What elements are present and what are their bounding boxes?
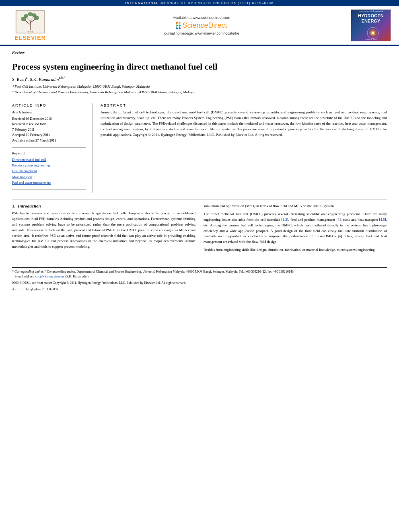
revised-date: 7 February 2011 bbox=[12, 127, 35, 131]
svg-point-16 bbox=[372, 32, 374, 34]
svg-point-11 bbox=[28, 12, 33, 16]
accepted-date: Accepted 10 February 2011 bbox=[12, 133, 50, 137]
sd-dot-4 bbox=[179, 25, 181, 27]
section-title: Introduction bbox=[18, 203, 41, 208]
copyright-line: 0360-3199/$ – see front matter Copyright… bbox=[12, 281, 387, 286]
ref-4[interactable]: 4,5 bbox=[380, 218, 385, 222]
elsevier-logo: ⚜ ⚜ ⚜ ELSEVIER bbox=[8, 10, 52, 41]
intro-right: simulation and optimization (MSO) in ter… bbox=[204, 203, 387, 256]
email-line: E-mail address: ctic@vlsi.eng.ukm.my (S.… bbox=[12, 274, 387, 279]
keyword-1[interactable]: Direct methanol fuel cell bbox=[12, 157, 86, 162]
ref-1[interactable]: 1,2 bbox=[283, 218, 287, 222]
keyword-4[interactable]: Mass transport bbox=[12, 174, 86, 180]
footer-notes: * Corresponding author. * Corresponding … bbox=[0, 269, 399, 296]
available-at-text: Available at www.sciencedirect.com bbox=[52, 16, 351, 20]
center-header: Available at www.sciencedirect.com Scien… bbox=[52, 16, 351, 35]
section-1-heading: 1. Introduction bbox=[12, 203, 195, 208]
email-link[interactable]: ctic@vlsi.eng.ukm.my bbox=[35, 275, 64, 278]
article-content: Review Process system engineering in dir… bbox=[0, 46, 399, 263]
keyword-2[interactable]: Process system engineering bbox=[12, 162, 86, 168]
section-num: 1. bbox=[12, 203, 15, 208]
journal-title-topbar: INTERNATIONAL JOURNAL OF HYDROGEN ENERGY… bbox=[125, 1, 274, 5]
intro-two-col: 1. Introduction PSE has to reassess and … bbox=[12, 203, 387, 256]
abstract-label: ABSTRACT bbox=[101, 103, 387, 107]
cover-graphic bbox=[365, 26, 377, 38]
article-type-label: Review bbox=[12, 50, 387, 55]
sciencedirect-logo: ScienceDirect bbox=[52, 21, 351, 30]
keywords-section: Keywords: Direct methanol fuel cell Proc… bbox=[12, 151, 86, 186]
abstract-text: Among the different fuel cell technologi… bbox=[101, 110, 387, 138]
svg-text:⚜ ⚜ ⚜: ⚜ ⚜ ⚜ bbox=[27, 31, 33, 33]
keywords-label: Keywords: bbox=[12, 151, 86, 155]
elsevier-tree-icon: ⚜ ⚜ ⚜ bbox=[14, 10, 46, 34]
elsevier-wordmark: ELSEVIER bbox=[14, 35, 45, 41]
keyword-5[interactable]: Fuel and water management bbox=[12, 180, 86, 185]
corresponding-text: * Corresponding author. Department of Ch… bbox=[45, 270, 294, 273]
authors-line: S. Basria, S.K. Kamarudina,b,* bbox=[12, 76, 387, 82]
article-title: Process system engineering in direct met… bbox=[12, 62, 387, 72]
doi-line: doi:10.1016/j.ijhydene.2011.02.058 bbox=[12, 287, 387, 292]
received-date: Received 16 December 2010 bbox=[12, 117, 51, 121]
revised-label: Received in revised form bbox=[12, 122, 47, 126]
sciencedirect-wordmark: ScienceDirect bbox=[182, 21, 227, 30]
doi-text: doi:10.1016/j.ijhydene.2011.02.058 bbox=[12, 288, 58, 291]
cover-sd-label: ScienceDirect bbox=[365, 38, 377, 41]
sd-dots bbox=[176, 22, 181, 29]
affil-b: ᵇ Department of Chemical and Process Eng… bbox=[12, 90, 197, 94]
article-info-label: ARTICLE INFO bbox=[12, 103, 86, 107]
copyright-text: 0360-3199/$ – see front matter Copyright… bbox=[12, 281, 186, 285]
sd-dot-6 bbox=[179, 27, 181, 29]
history-label: Article history: bbox=[12, 110, 86, 115]
intro-left-text: PSE has to reassess and reposition its f… bbox=[12, 211, 195, 250]
email-label: E-mail address: bbox=[14, 275, 35, 278]
available-date: Available online 27 March 2011 bbox=[12, 138, 56, 142]
keyword-3[interactable]: Heat management bbox=[12, 168, 86, 174]
footer-divider bbox=[12, 267, 387, 268]
info-abstract-section: ARTICLE INFO Article history: Received 1… bbox=[12, 103, 387, 193]
sd-dot-3 bbox=[176, 25, 178, 27]
intro-right-text3: Besides from engineering skills like des… bbox=[204, 247, 387, 253]
cover-intl: International Journal of bbox=[358, 10, 383, 12]
journal-cover: International Journal of HYDROGENENERGY … bbox=[351, 9, 391, 41]
ref-3[interactable]: 3 bbox=[337, 218, 339, 222]
affil-a: ᵃ Fuel Cell Institute, Universiti Kebang… bbox=[12, 84, 150, 88]
ref-6[interactable]: 6 bbox=[339, 234, 341, 238]
sd-dot-5 bbox=[176, 27, 178, 29]
intro-right-text1: simulation and optimization (MSO) in ter… bbox=[204, 203, 387, 209]
journal-topbar: INTERNATIONAL JOURNAL OF HYDROGEN ENERGY… bbox=[0, 0, 399, 6]
journal-header: ⚜ ⚜ ⚜ ELSEVIER Available at www.scienced… bbox=[0, 6, 399, 46]
svg-point-9 bbox=[24, 14, 28, 18]
cover-title: HYDROGENENERGY bbox=[358, 13, 384, 23]
email-suffix: (S.K. Kamarudin). bbox=[65, 275, 89, 278]
corresponding-author: * Corresponding author. * Corresponding … bbox=[12, 269, 387, 274]
intro-left: 1. Introduction PSE has to reassess and … bbox=[12, 203, 195, 256]
abstract-col: ABSTRACT Among the different fuel cell t… bbox=[101, 103, 387, 193]
introduction-section: 1. Introduction PSE has to reassess and … bbox=[12, 199, 387, 256]
article-history: Article history: Received 16 December 20… bbox=[12, 110, 86, 144]
affiliations: ᵃ Fuel Cell Institute, Universiti Kebang… bbox=[12, 84, 387, 95]
sd-dot-2 bbox=[179, 22, 181, 24]
intro-right-text2: The direct methanol fuel cell (DMFC) pre… bbox=[204, 212, 387, 245]
corresponding-label: Corresponding author. bbox=[14, 270, 44, 273]
journal-homepage-text: journal homepage: www.elsevier.com/locat… bbox=[52, 31, 351, 35]
article-info-col: ARTICLE INFO Article history: Received 1… bbox=[12, 103, 93, 193]
sd-dot-1 bbox=[176, 22, 178, 24]
